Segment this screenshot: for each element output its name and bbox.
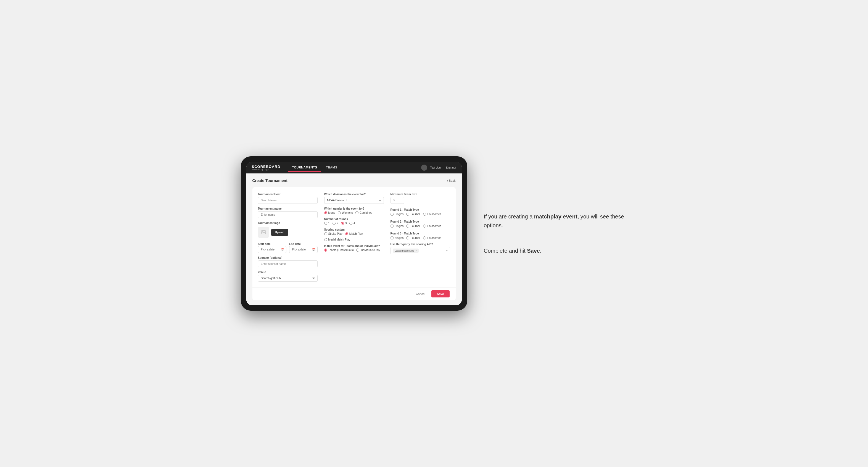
- teams-both[interactable]: Teams (+Individuals): [324, 249, 354, 252]
- scoring-radio-group: Stroke Play Match Play Medal Match Play: [324, 232, 384, 241]
- nav-right: Test User | Sign out: [421, 165, 456, 171]
- division-label: Which division is the event for?: [324, 193, 384, 196]
- round1-radio-group: Singles Fourball Foursomes: [391, 213, 450, 216]
- nav-link-teams[interactable]: TEAMS: [322, 163, 341, 172]
- avatar: [421, 165, 427, 171]
- round2-foursomes[interactable]: Foursomes: [423, 224, 441, 227]
- nav-link-tournaments[interactable]: TOURNAMENTS: [288, 163, 321, 172]
- form-container: Tournament Host Tournament name Tourname…: [252, 187, 456, 287]
- gender-mens[interactable]: Mens: [324, 211, 335, 214]
- round2-singles[interactable]: Singles: [391, 224, 404, 227]
- max-team-size-label: Maximum Team Size: [391, 193, 450, 196]
- tournament-host-input[interactable]: [258, 197, 318, 204]
- date-group: Start date 📅 End date: [258, 241, 318, 253]
- annotation-top: If you are creating a matchplay event, y…: [484, 212, 627, 230]
- round1-foursomes[interactable]: Foursomes: [423, 213, 441, 216]
- cancel-button[interactable]: Cancel: [412, 290, 429, 297]
- rounds-4[interactable]: 4: [349, 222, 355, 225]
- rounds-radio-group: 1 2 3 4: [324, 222, 384, 225]
- round3-radio-group: Singles Fourball Foursomes: [391, 237, 450, 240]
- max-team-size-group: Maximum Team Size: [391, 193, 450, 204]
- round3-singles[interactable]: Singles: [391, 237, 404, 240]
- venue-group: Venue Search golf club: [258, 271, 318, 282]
- start-date-input[interactable]: [258, 246, 286, 253]
- end-date-input[interactable]: [289, 246, 318, 253]
- rounds-1[interactable]: 1: [324, 222, 330, 225]
- tournament-host-label: Tournament Host: [258, 193, 318, 196]
- api-label: Use third-party live scoring API?: [391, 243, 450, 246]
- gender-combined[interactable]: Combined: [355, 211, 372, 214]
- form-col-1: Tournament Host Tournament name Tourname…: [258, 193, 318, 282]
- division-select[interactable]: NCAA Division I: [324, 197, 384, 204]
- tablet-frame: SCOREBOARD Powered by clippt TOURNAMENTS…: [241, 156, 467, 311]
- form-footer: Cancel Save: [252, 287, 456, 300]
- sponsor-input[interactable]: [258, 260, 318, 267]
- brand-sub: Powered by clippt: [252, 168, 281, 170]
- main-content: Create Tournament Back Tournament Host: [246, 174, 462, 305]
- gender-womens[interactable]: Womens: [338, 211, 353, 214]
- round1-label: Round 1 - Match Type: [391, 208, 450, 211]
- sponsor-group: Sponsor (optional): [258, 256, 318, 267]
- tablet-screen: SCOREBOARD Powered by clippt TOURNAMENTS…: [246, 162, 462, 305]
- teams-label: Is this event for Teams and/or Individua…: [324, 244, 384, 247]
- start-date-wrap: 📅: [258, 246, 286, 253]
- end-date-group: End date 📅: [289, 241, 318, 253]
- nav-bar: SCOREBOARD Powered by clippt TOURNAMENTS…: [246, 162, 462, 174]
- api-group: Use third-party live scoring API? Leader…: [391, 243, 450, 254]
- start-date-label: Start date: [258, 243, 271, 246]
- division-group: Which division is the event for? NCAA Di…: [324, 193, 384, 204]
- nav-links: TOURNAMENTS TEAMS: [288, 163, 421, 172]
- page-header: Create Tournament Back: [252, 178, 456, 183]
- scoring-medal[interactable]: Medal Match Play: [324, 238, 350, 241]
- signout-link[interactable]: Sign out: [446, 166, 456, 169]
- tournament-logo-label: Tournament logo: [258, 221, 318, 224]
- save-button[interactable]: Save: [431, 290, 450, 298]
- round2-fourball[interactable]: Fourball: [406, 224, 420, 227]
- outer-wrapper: SCOREBOARD Powered by clippt TOURNAMENTS…: [241, 156, 627, 311]
- scoring-match[interactable]: Match Play: [345, 232, 363, 235]
- gender-label: Which gender is the event for?: [324, 207, 384, 210]
- round1-section: Round 1 - Match Type Singles Fourball: [391, 208, 450, 216]
- scoring-stroke[interactable]: Stroke Play: [324, 232, 342, 235]
- api-select-wrap[interactable]: Leaderboard King × ▾: [391, 247, 450, 254]
- annotation-bottom: Complete and hit Save.: [484, 246, 627, 255]
- round1-singles[interactable]: Singles: [391, 213, 404, 216]
- rounds-label: Number of rounds: [324, 218, 384, 221]
- gender-radio-group: Mens Womens Combined: [324, 211, 384, 214]
- round2-label: Round 2 - Match Type: [391, 220, 450, 223]
- teams-individuals[interactable]: Individuals Only: [356, 249, 380, 252]
- nav-brand: SCOREBOARD Powered by clippt: [252, 165, 281, 170]
- tournament-name-label: Tournament name: [258, 207, 318, 210]
- date-row: Start date 📅 End date: [258, 241, 318, 253]
- form-col-2: Which division is the event for? NCAA Di…: [324, 193, 384, 282]
- round1-fourball[interactable]: Fourball: [406, 213, 420, 216]
- rounds-3[interactable]: 3: [341, 222, 347, 225]
- start-date-group: Start date 📅: [258, 241, 286, 253]
- annotation-bottom-text: Complete and hit Save.: [484, 246, 627, 255]
- round3-foursomes[interactable]: Foursomes: [423, 237, 441, 240]
- api-chevron-down-icon: ▾: [446, 249, 448, 252]
- end-date-label: End date: [289, 243, 301, 246]
- round3-section: Round 3 - Match Type Singles Fourball: [391, 232, 450, 240]
- round2-radio-group: Singles Fourball Foursomes: [391, 224, 450, 227]
- scoring-group: Scoring system Stroke Play Match Play: [324, 228, 384, 241]
- page-title: Create Tournament: [252, 178, 287, 183]
- upload-button[interactable]: Upload: [271, 229, 288, 236]
- back-link[interactable]: Back: [447, 179, 456, 182]
- venue-select[interactable]: Search golf club: [258, 275, 318, 282]
- tournament-name-input[interactable]: [258, 211, 318, 218]
- brand-title: SCOREBOARD: [252, 165, 281, 168]
- annotations: If you are creating a matchplay event, y…: [484, 212, 627, 255]
- rounds-2[interactable]: 2: [333, 222, 338, 225]
- tournament-host-group: Tournament Host: [258, 193, 318, 204]
- nav-user: Test User |: [430, 166, 443, 169]
- annotation-top-text: If you are creating a matchplay event, y…: [484, 212, 627, 230]
- api-tag-remove[interactable]: ×: [415, 249, 417, 252]
- end-date-wrap: 📅: [289, 246, 318, 253]
- round3-label: Round 3 - Match Type: [391, 232, 450, 235]
- tournament-name-group: Tournament name: [258, 207, 318, 218]
- round3-fourball[interactable]: Fourball: [406, 237, 420, 240]
- max-team-size-input[interactable]: [391, 197, 404, 204]
- teams-group: Is this event for Teams and/or Individua…: [324, 244, 384, 252]
- tournament-logo-group: Tournament logo Upload: [258, 221, 318, 238]
